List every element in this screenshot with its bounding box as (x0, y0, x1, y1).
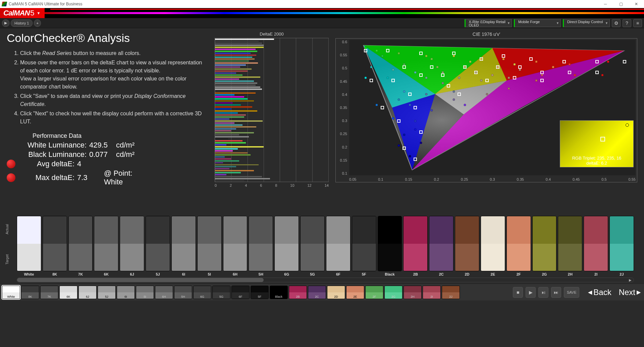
swatch-small[interactable]: 5I (136, 286, 154, 299)
deltae-bar[interactable] (215, 162, 223, 164)
deltae-bar[interactable] (215, 94, 234, 96)
swatch-big[interactable]: 6H (223, 216, 248, 276)
swatch-big[interactable]: 2C (429, 216, 453, 276)
swatch-big[interactable]: 5G (300, 216, 325, 276)
cie-measured-point[interactable] (425, 93, 427, 95)
cie-measured-point[interactable] (425, 77, 427, 79)
deltae-bar[interactable] (215, 140, 243, 141)
deltae-bar[interactable] (215, 72, 236, 74)
deltae-bar[interactable] (215, 178, 270, 179)
panel-menu-button[interactable]: ≡ (633, 19, 642, 27)
cie-target-point[interactable] (513, 76, 516, 79)
history-tab[interactable]: History 1 (11, 19, 33, 27)
swatch-big[interactable]: 6K (94, 216, 118, 276)
swatch-big[interactable]: 2D (455, 216, 479, 276)
deltae-bar[interactable] (215, 152, 248, 154)
cie-measured-point[interactable] (365, 47, 367, 49)
swatch-big[interactable]: 8K (43, 216, 67, 276)
swatch-small[interactable]: 2B (289, 286, 307, 299)
cie-target-point[interactable] (381, 106, 384, 109)
deltae-bar[interactable] (215, 166, 236, 167)
deltae-bar[interactable] (215, 108, 231, 110)
deltae-bar[interactable] (215, 80, 254, 82)
deltae-bar[interactable] (215, 57, 252, 58)
swatches-scrollbar[interactable]: ◀ ▶ (17, 278, 634, 282)
swatch-small[interactable]: 2J (442, 286, 460, 299)
swatch-big[interactable]: 2G (532, 216, 557, 276)
device-meter-dropdown[interactable]: X-Rite i1Display Retail OLED ▼ (465, 19, 512, 27)
deltae-chart[interactable] (215, 38, 329, 182)
deltae-bar[interactable] (215, 66, 240, 68)
swatch-small[interactable]: 5G (212, 286, 230, 299)
cie-measured-point[interactable] (414, 128, 417, 130)
deltae-bar[interactable] (215, 104, 241, 106)
deltae-bar[interactable] (215, 174, 226, 175)
cie-measured-point[interactable] (607, 60, 609, 63)
cie-measured-point[interactable] (464, 66, 466, 68)
cie-target-point[interactable] (623, 60, 626, 63)
deltae-bar[interactable] (215, 39, 274, 40)
cie-measured-point[interactable] (541, 74, 543, 76)
swatch-small[interactable]: 6K (59, 286, 77, 299)
cie-measured-point[interactable] (397, 52, 400, 55)
swatch-small[interactable]: 2E (346, 286, 364, 299)
cie-measured-point[interactable] (409, 104, 411, 106)
cie-target-point[interactable] (419, 73, 423, 77)
cie-target-point[interactable] (441, 73, 444, 77)
cie-measured-point[interactable] (475, 71, 477, 73)
deltae-bar[interactable] (215, 176, 262, 177)
cie-measured-point[interactable] (376, 104, 378, 106)
deltae-bar[interactable] (215, 82, 257, 84)
cie-measured-point[interactable] (508, 77, 510, 79)
cie-measured-point[interactable] (458, 77, 461, 79)
swatch-big[interactable]: 5H (249, 216, 273, 276)
deltae-bar[interactable] (215, 100, 254, 102)
cie-measured-point[interactable] (381, 55, 383, 57)
deltae-bar[interactable] (215, 144, 226, 146)
deltae-bar[interactable] (215, 43, 262, 44)
deltae-bar[interactable] (215, 64, 246, 66)
cie-target-point[interactable] (370, 79, 373, 82)
deltae-bar[interactable] (215, 168, 229, 169)
cie-target-point[interactable] (540, 71, 544, 74)
deltae-bar[interactable] (215, 134, 239, 135)
swatch-big[interactable]: 2E (481, 216, 505, 276)
cie-measured-point[interactable] (480, 58, 483, 60)
deltae-bar[interactable] (215, 136, 249, 137)
deltae-bar[interactable] (215, 45, 264, 46)
cie-measured-point[interactable] (480, 79, 483, 82)
window-maximize-button[interactable]: ▢ (613, 0, 629, 8)
deltae-bar[interactable] (215, 55, 256, 56)
stop-button[interactable]: ■ (513, 287, 523, 298)
cie-target-point[interactable] (540, 79, 544, 82)
cie-measured-point[interactable] (442, 82, 444, 84)
deltae-bar[interactable] (215, 120, 263, 122)
swatch-small[interactable]: 6H (155, 286, 173, 299)
deltae-bar[interactable] (215, 158, 231, 160)
deltae-bar[interactable] (215, 86, 260, 88)
cie-measured-point[interactable] (497, 66, 499, 68)
cie-measured-point[interactable] (486, 93, 488, 95)
swatch-big[interactable]: 7K (68, 216, 93, 276)
deltae-bar[interactable] (215, 132, 254, 133)
swatch-big[interactable]: 2H (558, 216, 582, 276)
cie-measured-point[interactable] (392, 68, 394, 71)
swatch-big[interactable]: 2I (584, 216, 608, 276)
deltae-bar[interactable] (215, 146, 264, 148)
cie-measured-point[interactable] (397, 98, 400, 101)
deltae-bar[interactable] (215, 47, 264, 48)
cie-target-point[interactable] (485, 79, 489, 82)
cie-measured-point[interactable] (431, 58, 433, 60)
cie-measured-point[interactable] (409, 155, 411, 158)
swatch-big[interactable]: 5J (146, 216, 170, 276)
cie-target-point[interactable] (529, 57, 533, 61)
cie-measured-point[interactable] (403, 63, 406, 65)
cie-measured-point[interactable] (403, 90, 406, 93)
cie-measured-point[interactable] (453, 98, 455, 101)
cie-measured-point[interactable] (436, 66, 438, 68)
swatch-big[interactable]: 6F (326, 216, 351, 276)
swatch-big[interactable]: 2F (506, 216, 531, 276)
read-single-button[interactable]: ▶ (526, 287, 536, 298)
deltae-bar[interactable] (215, 89, 262, 90)
cie-measured-point[interactable] (502, 58, 504, 60)
